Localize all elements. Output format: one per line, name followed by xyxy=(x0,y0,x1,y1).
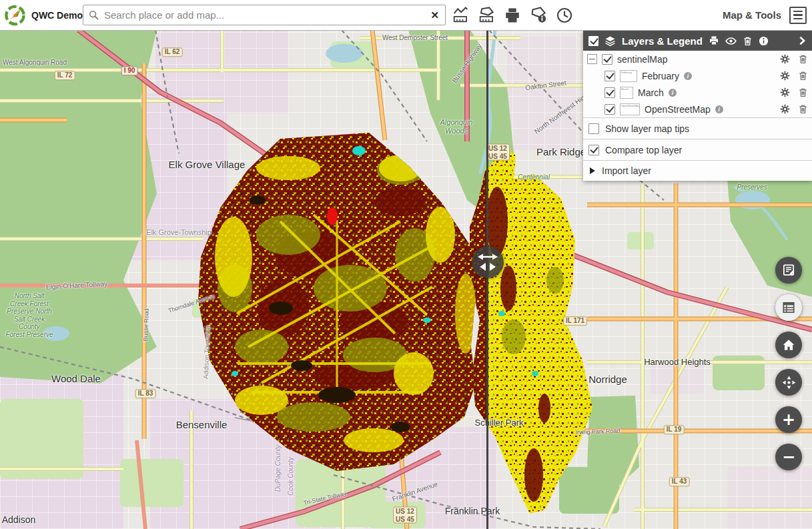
compare-layer-checkbox[interactable] xyxy=(588,145,599,155)
option-label: Show layer map tips xyxy=(605,123,689,134)
layer-row-march[interactable]: March March i xyxy=(583,84,812,101)
identify-region-icon xyxy=(530,6,548,24)
layer-row-sentinelmap[interactable]: sentinelMap xyxy=(583,51,812,67)
print-button[interactable] xyxy=(501,3,524,28)
import-layer-row[interactable]: Import layer xyxy=(583,160,812,181)
layer-settings-gear-icon[interactable] xyxy=(780,71,790,81)
map-tools-label: Map & Tools xyxy=(723,9,781,21)
collapse-group-icon[interactable] xyxy=(587,54,597,64)
layer-settings-gear-icon[interactable] xyxy=(780,87,790,97)
option-show-map-tips[interactable]: Show layer map tips xyxy=(583,117,812,139)
layers-panel-title: Layers & Legend xyxy=(622,35,703,47)
brand-name: QWC Demo xyxy=(31,10,83,21)
time-manager-button[interactable] xyxy=(553,3,576,28)
home-extent-button[interactable] xyxy=(775,332,802,358)
option-label: Compare top layer xyxy=(605,145,682,155)
search-input[interactable] xyxy=(103,9,430,21)
layers-master-checkbox[interactable] xyxy=(588,36,598,46)
print-icon xyxy=(504,7,521,24)
print-legend-icon[interactable] xyxy=(709,35,719,46)
measure-line-icon xyxy=(452,6,470,24)
layers-panel: Layers & Legend sentinelMap xyxy=(583,31,812,181)
measure-line-button[interactable] xyxy=(449,3,472,28)
layer-legend-thumbnail: OpenStreetMap xyxy=(620,103,640,115)
search-clear-icon[interactable]: ✕ xyxy=(430,10,439,20)
geolocate-button[interactable] xyxy=(775,369,802,396)
layers-panel-header: Layers & Legend xyxy=(583,31,812,51)
map-tips-checkbox[interactable] xyxy=(588,123,599,134)
measure-area-button[interactable] xyxy=(475,3,498,28)
layer-delete-trash-icon[interactable] xyxy=(798,71,808,81)
layer-info-badge-icon[interactable]: i xyxy=(715,105,723,113)
identify-region-button[interactable] xyxy=(527,3,550,28)
compare-slider-line xyxy=(486,30,488,529)
measure-area-icon xyxy=(478,6,496,24)
compare-arrows-icon xyxy=(472,246,504,278)
layer-info-icon[interactable] xyxy=(759,36,769,46)
february-checkbox[interactable] xyxy=(604,71,615,81)
app-window: Elk Grove VillagePark RidgeWood DaleBens… xyxy=(0,0,812,529)
layer-info-badge-icon[interactable]: i xyxy=(669,89,677,97)
attribute-table-icon xyxy=(781,300,796,315)
attribute-table-button[interactable] xyxy=(775,294,802,321)
compare-slider-handle[interactable] xyxy=(472,246,504,278)
layer-row-february[interactable]: February February i xyxy=(583,67,812,84)
minus-icon: − xyxy=(782,449,795,465)
layer-legend-thumbnail: March xyxy=(620,87,633,99)
layer-settings-gear-icon[interactable] xyxy=(780,104,790,114)
layer-row-openstreetmap[interactable]: OpenStreetMap OpenStreetMap i xyxy=(583,101,812,117)
zoom-in-button[interactable]: + xyxy=(775,406,802,433)
layer-delete-trash-icon[interactable] xyxy=(798,104,808,114)
search-icon xyxy=(89,10,99,20)
qwc-logo-icon xyxy=(4,4,26,27)
layer-delete-trash-icon[interactable] xyxy=(798,87,808,97)
layer-label: sentinelMap xyxy=(617,54,668,65)
layer-label: February xyxy=(642,71,679,81)
layer-info-badge-icon[interactable]: i xyxy=(684,72,692,80)
locate-icon xyxy=(781,375,797,390)
sentinelmap-checkbox[interactable] xyxy=(602,54,613,65)
layer-label: OpenStreetMap xyxy=(645,104,711,115)
layer-delete-trash-icon[interactable] xyxy=(798,54,808,64)
clock-icon xyxy=(556,7,573,24)
sketch-icon xyxy=(781,263,796,278)
openstreetmap-checkbox[interactable] xyxy=(604,104,615,115)
delete-all-layers-icon[interactable] xyxy=(743,36,753,46)
layer-legend-thumbnail: February xyxy=(620,70,637,82)
plus-icon: + xyxy=(782,412,795,428)
layer-settings-gear-icon[interactable] xyxy=(780,54,790,64)
layer-label: March xyxy=(638,87,664,98)
home-icon xyxy=(781,338,796,352)
menu-area: Map & Tools xyxy=(723,7,812,24)
import-layer-label: Import layer xyxy=(602,165,651,176)
collapse-panel-chevron-icon[interactable] xyxy=(797,36,807,45)
expand-arrow-icon xyxy=(590,167,595,174)
visibility-eye-icon[interactable] xyxy=(725,35,737,47)
march-checkbox[interactable] xyxy=(604,87,615,98)
search-box: ✕ xyxy=(83,5,446,25)
hamburger-menu-button[interactable] xyxy=(789,7,807,24)
sketch-tool-button[interactable] xyxy=(775,257,802,284)
topbar: QWC Demo ✕ Map & Tools xyxy=(0,0,812,31)
zoom-out-button[interactable]: − xyxy=(775,444,802,470)
layers-icon xyxy=(604,35,616,47)
option-compare-top-layer[interactable]: Compare top layer xyxy=(583,139,812,160)
app-brand: QWC Demo xyxy=(0,4,83,27)
